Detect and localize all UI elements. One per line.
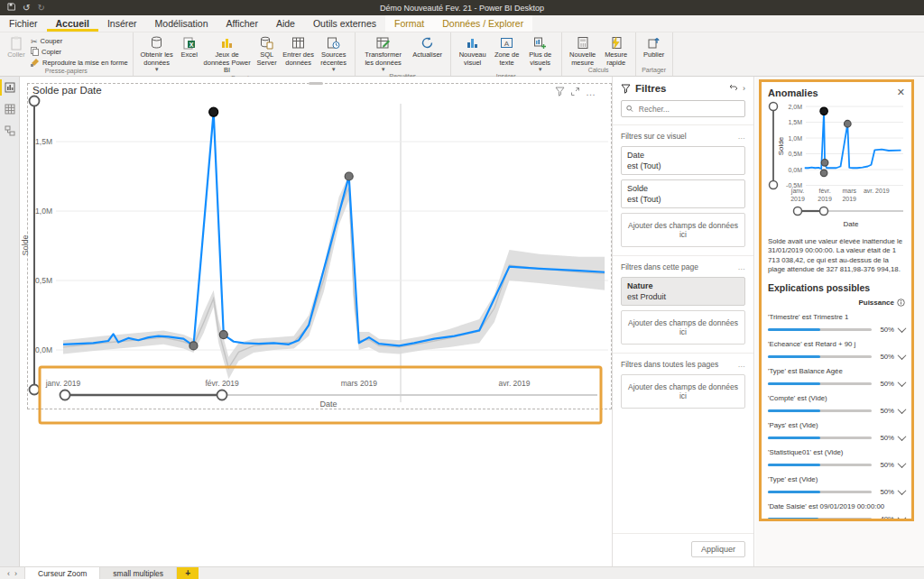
visual-drag-handle[interactable] <box>309 82 323 85</box>
explanation-row: 'Date Saisie' est 09/01/2019 00:00:00 49… <box>768 502 905 521</box>
report-canvas[interactable]: Solde par Date … <box>20 77 612 566</box>
strength-slider[interactable] <box>768 464 872 466</box>
more-visuals-label: Plus de visuels <box>524 51 557 67</box>
tab-format[interactable]: Format <box>385 15 433 32</box>
chevron-down-icon[interactable] <box>898 324 907 333</box>
copy-button[interactable]: Copier <box>31 47 128 57</box>
section-more-options-icon[interactable]: … <box>738 360 746 369</box>
explanation-row: 'Compte' est (Vide) 50% <box>768 394 905 415</box>
recent-sources-button[interactable]: Sources récentes▼ <box>318 34 350 73</box>
copy-label: Copier <box>42 48 61 56</box>
anomaly-marker-gray[interactable] <box>844 120 851 127</box>
transform-data-button[interactable]: Transformer les données▼ <box>360 34 407 73</box>
get-data-label: Obtenir les données <box>138 51 176 67</box>
page-tab-curseur-zoom[interactable]: Curseur Zoom <box>24 567 100 579</box>
strength-slider[interactable] <box>768 491 872 493</box>
strength-slider[interactable] <box>768 518 872 520</box>
mini-vertical-slider-handle-bottom[interactable] <box>770 181 778 189</box>
section-more-options-icon[interactable]: … <box>738 262 746 271</box>
report-view-button[interactable] <box>0 77 20 98</box>
filter-icon[interactable] <box>555 87 565 96</box>
more-visuals-button[interactable]: Plus de visuels▼ <box>524 34 557 73</box>
apply-button[interactable]: Appliquer <box>691 541 745 557</box>
add-data-fields-dropzone[interactable]: Ajouter des champs de données ici <box>621 374 745 409</box>
new-visual-button[interactable]: Nouveau visuel <box>456 34 490 67</box>
excel-button[interactable]: X Excel <box>179 34 200 60</box>
refresh-button[interactable]: Actualiser <box>410 34 446 60</box>
strength-label: Puissance <box>858 299 894 307</box>
enter-data-button[interactable]: Entrer des données <box>282 34 315 67</box>
explanation-label: 'Date Saisie' est 09/01/2019 00:00:00 <box>768 502 905 510</box>
collapse-pane-icon[interactable]: › <box>743 84 745 93</box>
filters-pane-title: Filtres <box>635 83 725 94</box>
anomaly-marker-gray[interactable] <box>820 170 827 177</box>
chevron-down-icon[interactable] <box>898 405 907 414</box>
view-sidebar <box>0 77 20 566</box>
publish-button[interactable]: Publier <box>641 34 668 60</box>
strength-header: Puissance <box>768 299 905 307</box>
strength-slider[interactable] <box>768 382 872 385</box>
chevron-down-icon[interactable] <box>898 459 907 468</box>
next-page-icon[interactable]: › <box>14 569 17 578</box>
quick-measure-button[interactable]: Mesure rapide <box>602 34 631 67</box>
anomalies-header: Anomalies ✕ <box>768 87 905 98</box>
data-view-button[interactable] <box>0 98 20 120</box>
paste-button[interactable]: Coller <box>5 34 28 60</box>
powerbi-datasets-button[interactable]: Jeux de données Power BI <box>203 34 252 75</box>
solde-line <box>805 111 901 169</box>
chevron-down-icon[interactable] <box>898 432 907 441</box>
mini-vertical-slider-handle-top[interactable] <box>770 103 778 111</box>
text-box-button[interactable]: A Zone de texte <box>493 34 522 67</box>
ribbon-group-clipboard: Coller ✂ Couper Copier Reprodui <box>0 32 134 76</box>
filters-search-box[interactable] <box>621 100 745 117</box>
info-icon[interactable] <box>897 299 905 307</box>
page-tab-small-multiples[interactable]: small multiples <box>100 567 177 579</box>
anomaly-marker-gray[interactable] <box>821 160 828 167</box>
tab-aide[interactable]: Aide <box>267 15 304 32</box>
close-icon[interactable]: ✕ <box>897 87 905 98</box>
model-view-button[interactable] <box>0 120 20 142</box>
powerbi-datasets-icon <box>220 34 234 51</box>
excel-icon: X <box>183 34 196 51</box>
prev-page-icon[interactable]: ‹ <box>7 569 10 578</box>
chevron-down-icon[interactable] <box>898 351 907 360</box>
anomaly-marker-black[interactable] <box>820 107 827 115</box>
sql-server-button[interactable]: SQL Server <box>254 34 280 67</box>
add-data-fields-dropzone[interactable]: Ajouter des champs de données ici <box>621 213 745 247</box>
tab-donnees-explorer[interactable]: Données / Explorer <box>433 15 532 32</box>
strength-slider[interactable] <box>768 409 872 412</box>
y-axis-tick-label: 1,5M <box>788 119 802 125</box>
format-painter-button[interactable]: Reproduire la mise en forme <box>31 58 128 68</box>
expand-pane-icon[interactable] <box>729 84 738 93</box>
filter-condition: est Produit <box>627 292 739 301</box>
mini-horizontal-slider-handle-right[interactable] <box>820 207 828 216</box>
get-data-button[interactable]: Obtenir les données▼ <box>138 34 176 73</box>
filter-card-date[interactable]: Date est (Tout) <box>621 146 745 175</box>
mini-horizontal-slider-handle-left[interactable] <box>794 207 802 216</box>
paintbrush-icon <box>31 58 40 69</box>
strength-slider[interactable] <box>768 328 872 331</box>
strength-percent: 50% <box>876 461 894 469</box>
filters-search-input[interactable] <box>637 104 740 115</box>
section-more-options-icon[interactable]: … <box>738 132 746 141</box>
strength-slider[interactable] <box>768 437 872 439</box>
focus-mode-icon[interactable] <box>570 87 580 96</box>
more-options-icon[interactable]: … <box>586 89 596 95</box>
chevron-down-icon[interactable] <box>898 486 907 495</box>
new-measure-button[interactable]: Nouvelle mesure <box>567 34 599 67</box>
tab-fichier[interactable]: Fichier <box>0 15 47 32</box>
chevron-down-icon[interactable] <box>898 513 907 521</box>
new-page-button[interactable]: + <box>177 567 199 579</box>
mini-horizontal-zoom-slider[interactable] <box>794 207 904 216</box>
filter-card-solde[interactable]: Solde est (Tout) <box>621 179 745 208</box>
add-data-fields-dropzone[interactable]: Ajouter des champs de données ici <box>621 310 745 345</box>
tab-modelisation[interactable]: Modélisation <box>146 15 217 32</box>
filter-card-nature[interactable]: Nature est Produit <box>621 277 745 306</box>
tab-outils-externes[interactable]: Outils externes <box>304 15 385 32</box>
chevron-down-icon[interactable] <box>898 378 907 387</box>
tab-accueil[interactable]: Accueil <box>47 15 98 32</box>
tab-afficher[interactable]: Afficher <box>217 15 267 32</box>
strength-slider[interactable] <box>768 355 872 358</box>
cut-button[interactable]: ✂ Couper <box>31 36 128 46</box>
tab-inserer[interactable]: Insérer <box>98 15 146 32</box>
